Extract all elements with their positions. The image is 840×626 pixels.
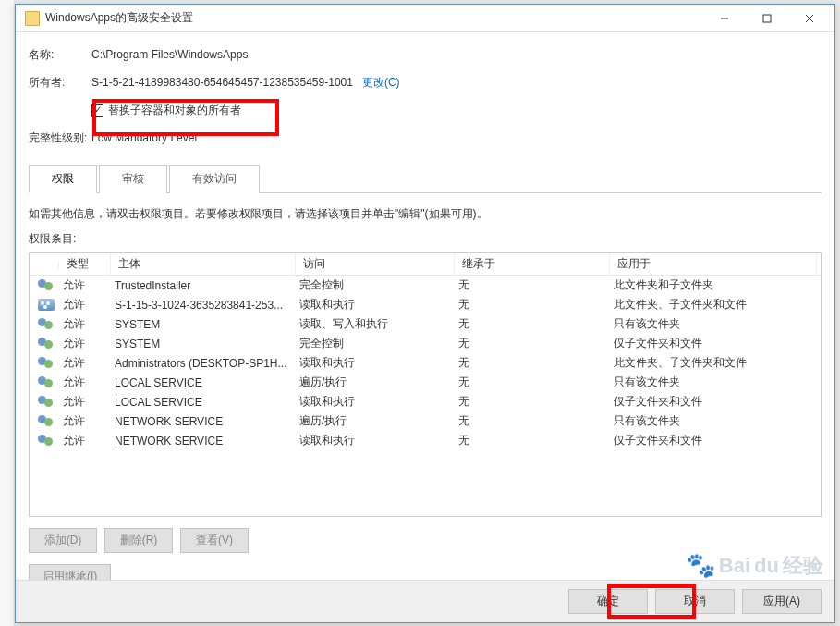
entries-label: 权限条目: <box>29 231 822 247</box>
cell-subject: LOCAL SERVICE <box>111 376 296 389</box>
cell-type: 允许 <box>59 374 111 390</box>
tab-strip: 权限 审核 有效访问 <box>29 164 822 193</box>
cell-access: 读取和执行 <box>296 433 455 448</box>
titlebar: WindowsApps的高级安全设置 <box>16 5 834 32</box>
table-row[interactable]: 允许Administrators (DESKTOP-SP1H...读取和执行无此… <box>30 353 821 373</box>
table-row[interactable]: 允许TrustedInstaller完全控制无此文件夹和子文件夹 <box>30 276 821 295</box>
table-row[interactable]: 允许LOCAL SERVICE读取和执行无仅子文件夹和文件 <box>30 392 821 411</box>
table-row[interactable]: 允许NETWORK SERVICE遍历/执行无只有该文件夹 <box>30 411 821 431</box>
cell-apply: 只有该文件夹 <box>610 374 817 390</box>
principal-icon <box>38 299 55 311</box>
cell-access: 完全控制 <box>296 277 455 293</box>
close-button[interactable] <box>788 6 831 31</box>
col-inherit[interactable]: 继承于 <box>455 252 610 276</box>
dialog-footer: 确定 取消 应用(A) <box>16 580 834 622</box>
cell-access: 遍历/执行 <box>296 374 455 390</box>
principal-icon <box>38 357 55 369</box>
replace-owner-checkbox[interactable]: 替换子容器和对象的所有者 <box>91 103 241 118</box>
folder-icon <box>25 11 40 26</box>
cell-subject: S-1-15-3-1024-3635283841-253... <box>111 299 296 312</box>
window-title: WindowsApps的高级安全设置 <box>45 10 703 26</box>
cell-inherit: 无 <box>455 355 610 371</box>
cell-access: 读取和执行 <box>296 297 455 313</box>
cell-type: 允许 <box>59 277 111 293</box>
cell-type: 允许 <box>59 433 111 448</box>
cell-inherit: 无 <box>455 297 610 313</box>
replace-owner-label: 替换子容器和对象的所有者 <box>108 103 241 118</box>
cell-apply: 此文件夹、子文件夹和文件 <box>610 297 817 313</box>
cell-type: 允许 <box>59 413 111 429</box>
view-button: 查看(V) <box>180 528 249 553</box>
minimize-button[interactable] <box>703 6 746 31</box>
cell-type: 允许 <box>59 316 111 332</box>
maximize-button[interactable] <box>746 6 788 31</box>
cell-inherit: 无 <box>455 374 610 390</box>
col-subject[interactable]: 主体 <box>111 252 296 276</box>
ok-button[interactable]: 确定 <box>568 589 648 614</box>
col-type[interactable]: 类型 <box>59 252 111 276</box>
name-label: 名称: <box>29 47 91 63</box>
apply-button[interactable]: 应用(A) <box>742 589 822 614</box>
security-dialog: WindowsApps的高级安全设置 名称: C:\Program Files\… <box>15 4 835 623</box>
col-apply[interactable]: 应用于 <box>610 252 817 276</box>
cell-apply: 只有该文件夹 <box>610 316 817 332</box>
cell-apply: 仅子文件夹和文件 <box>610 394 817 410</box>
table-row[interactable]: 允许S-1-15-3-1024-3635283841-253...读取和执行无此… <box>30 295 821 314</box>
tab-audit[interactable]: 审核 <box>99 165 167 193</box>
cell-inherit: 无 <box>455 433 610 448</box>
paw-icon: 🐾 <box>686 551 715 580</box>
integrity-value: Low Mandatory Level <box>91 131 197 144</box>
svg-rect-1 <box>763 15 771 22</box>
principal-icon <box>38 396 55 408</box>
cell-inherit: 无 <box>455 394 610 410</box>
cell-subject: Administrators (DESKTOP-SP1H... <box>111 357 296 370</box>
instructions-text: 如需其他信息，请双击权限项目。若要修改权限项目，请选择该项目并单击"编辑"(如果… <box>29 206 822 222</box>
cell-inherit: 无 <box>455 277 610 293</box>
cell-type: 允许 <box>59 336 111 351</box>
cell-inherit: 无 <box>455 336 610 351</box>
cell-subject: NETWORK SERVICE <box>111 435 296 448</box>
cell-access: 读取和执行 <box>296 394 455 410</box>
principal-icon <box>38 376 55 388</box>
cell-subject: SYSTEM <box>111 338 296 350</box>
table-header: 类型 主体 访问 继承于 应用于 <box>30 253 821 276</box>
change-owner-link[interactable]: 更改(C) <box>362 75 400 91</box>
cell-apply: 此文件夹和子文件夹 <box>610 277 817 293</box>
cell-subject: TrustedInstaller <box>111 279 296 292</box>
cell-type: 允许 <box>59 394 111 410</box>
cell-apply: 仅子文件夹和文件 <box>610 433 817 448</box>
integrity-label: 完整性级别: <box>29 130 91 146</box>
col-access[interactable]: 访问 <box>296 252 455 276</box>
owner-label: 所有者: <box>29 75 91 91</box>
checkbox-icon <box>91 104 103 117</box>
owner-value: S-1-5-21-4189983480-654645457-1238535459… <box>91 76 353 89</box>
principal-icon <box>38 415 55 427</box>
cell-access: 读取和执行 <box>296 355 455 371</box>
cell-inherit: 无 <box>455 413 610 429</box>
principal-icon <box>38 279 55 291</box>
cell-access: 读取、写入和执行 <box>296 316 455 332</box>
cancel-button[interactable]: 取消 <box>655 589 735 614</box>
cell-apply: 此文件夹、子文件夹和文件 <box>610 355 817 371</box>
table-row[interactable]: 允许LOCAL SERVICE遍历/执行无只有该文件夹 <box>30 373 821 392</box>
remove-button: 删除(R) <box>104 528 173 553</box>
cell-subject: SYSTEM <box>111 318 296 331</box>
add-button[interactable]: 添加(D) <box>29 528 97 553</box>
tab-permissions[interactable]: 权限 <box>29 165 97 193</box>
cell-access: 遍历/执行 <box>296 413 455 429</box>
cell-subject: LOCAL SERVICE <box>111 396 296 409</box>
principal-icon <box>38 338 55 350</box>
table-row[interactable]: 允许SYSTEM完全控制无仅子文件夹和文件 <box>30 334 821 353</box>
cell-type: 允许 <box>59 297 111 313</box>
name-value: C:\Program Files\WindowsApps <box>91 48 248 61</box>
tab-effective-access[interactable]: 有效访问 <box>169 165 260 193</box>
cell-inherit: 无 <box>455 316 610 332</box>
table-row[interactable]: 允许SYSTEM读取、写入和执行无只有该文件夹 <box>30 314 821 334</box>
cell-type: 允许 <box>59 355 111 371</box>
cell-access: 完全控制 <box>296 336 455 351</box>
table-row[interactable]: 允许NETWORK SERVICE读取和执行无仅子文件夹和文件 <box>30 431 821 450</box>
cell-apply: 只有该文件夹 <box>610 413 817 429</box>
cell-subject: NETWORK SERVICE <box>111 415 296 428</box>
watermark: 🐾 Baidu 经验 <box>686 551 823 580</box>
permissions-table: 类型 主体 访问 继承于 应用于 允许TrustedInstaller完全控制无… <box>29 252 822 517</box>
